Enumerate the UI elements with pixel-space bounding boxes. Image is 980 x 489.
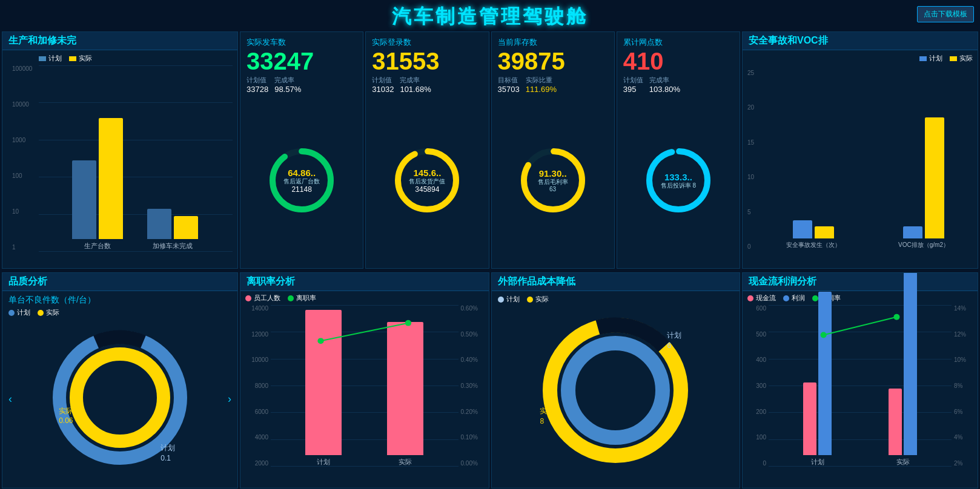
cost-plan-callout: 计划6 <box>667 330 681 351</box>
plan-legend: 计划 <box>39 54 62 63</box>
cashflow-label: 现金流 <box>756 294 776 303</box>
cashflow-title: 现金流利润分析 <box>743 273 978 291</box>
network-gauge: 133.3.. 售后投诉率 8 <box>623 96 733 264</box>
kpi-login: 实际登录数 31553 计划值31032 完成率101.68% 145.6.. … <box>365 31 489 269</box>
dispatch-gauge-num: 21148 <box>283 185 320 194</box>
turnover-title: 离职率分析 <box>240 273 489 291</box>
rate-label: 离职率 <box>296 294 316 303</box>
svg-point-16 <box>821 332 827 338</box>
cashflow-panel: 现金流利润分析 现金流 利润 利润率 <box>742 272 978 488</box>
profit-legend-item: 利润 <box>783 294 805 303</box>
turnover-panel: 离职率分析 员工人数 离职率 1400012000100008000600040… <box>240 272 489 488</box>
quality-actual-legend: 实际 <box>38 308 59 317</box>
safety-actual-bar <box>815 226 834 238</box>
dispatch-value: 33247 <box>247 49 357 73</box>
cost-title: 外部作品成本降低 <box>492 273 740 291</box>
cost-donut: 计划6 实际8 <box>537 312 694 471</box>
dispatch-label: 实际发车数 <box>247 37 357 48</box>
donut-prev-button[interactable]: ‹ <box>8 392 12 405</box>
donut-next-button[interactable]: › <box>228 392 231 405</box>
dispatch-gauge-val: 64.86.. <box>283 168 320 178</box>
network-sub: 计划值395 完成率103.80% <box>623 76 733 94</box>
dispatch-gauge: 64.86.. 售后返厂台数 21148 <box>247 96 357 264</box>
quality-legend: 计划 实际 <box>8 308 231 317</box>
voc-plan-bar <box>903 226 922 238</box>
login-gauge: 145.6.. 售后发货产值 345894 <box>372 96 482 264</box>
kpi-network: 累计网点数 410 计划值395 完成率103.80% 133.3.. 售后投诉… <box>617 31 740 269</box>
production-chart: 计划 实际 100000 10000 1000 100 10 1 <box>2 50 237 264</box>
safety-plan-legend: 计划 <box>919 54 942 63</box>
stock-sub: 目标值35703 实际比重111.69% <box>498 76 608 94</box>
production-bar-group: 生产台数 <box>72 118 123 251</box>
cost-actual-label: 实际 <box>535 295 549 304</box>
actual-label: 实际 <box>79 54 92 63</box>
employees-legend: 员工人数 <box>245 294 280 303</box>
stock-value: 39875 <box>498 49 608 73</box>
cost-plan-legend: 计划 <box>498 295 520 304</box>
employees-label: 员工人数 <box>254 294 280 303</box>
cost-actual-legend: 实际 <box>527 295 549 304</box>
quality-plan-callout: 计划 0.1 <box>161 443 175 464</box>
voc-actual-bar <box>925 117 944 238</box>
safety-actual-legend: 实际 <box>950 54 973 63</box>
production-title: 生产和加修未完 <box>2 32 237 50</box>
svg-point-12 <box>405 320 411 326</box>
quality-title: 品质分析 <box>2 273 237 291</box>
dispatch-gauge-name: 售后返厂台数 <box>283 178 320 185</box>
repair-plan-bar <box>147 209 171 239</box>
kpi-section: 实际发车数 33247 计划值33728 完成率98.57% 64.86.. <box>240 31 740 269</box>
cost-panel: 外部作品成本降低 计划 实际 <box>491 272 741 488</box>
safety-panel: 安全事故和VOC排 计划 实际 2520151050 <box>742 31 978 269</box>
network-label: 累计网点数 <box>623 37 733 48</box>
login-value: 31553 <box>372 49 482 73</box>
page-title: 汽车制造管理驾驶舱 <box>392 0 588 33</box>
login-gauge-val: 145.6.. <box>409 168 445 178</box>
production-bar-label: 生产台数 <box>84 241 111 251</box>
login-gauge-name: 售后发货产值 <box>409 178 445 185</box>
profit-rate-line <box>769 305 952 467</box>
quality-actual-callout: 实际 0.06 <box>59 406 73 427</box>
repair-actual-bar <box>174 216 198 239</box>
cost-actual-callout: 实际8 <box>540 406 554 427</box>
production-actual-bar <box>99 118 123 239</box>
turnover-rate-line <box>271 305 459 467</box>
login-label: 实际登录数 <box>372 37 482 48</box>
login-gauge-num: 345894 <box>409 185 445 194</box>
safety-actual-label: 实际 <box>959 54 973 63</box>
stock-gauge-name: 售后毛利率 63 <box>535 179 571 193</box>
network-gauge-name: 售后投诉率 8 <box>661 182 696 189</box>
svg-point-14 <box>568 343 663 438</box>
actual-legend: 实际 <box>69 54 92 63</box>
plan-label: 计划 <box>48 54 62 63</box>
stock-gauge-val: 91.30.. <box>535 168 571 179</box>
quality-plan-legend: 计划 <box>8 308 30 317</box>
safety-bar-label: 安全事故发生（次） <box>786 241 841 249</box>
repair-bar-label: 加修车未完成 <box>153 241 193 251</box>
safety-legend: 计划 实际 <box>747 54 973 63</box>
safety-plan-label: 计划 <box>929 54 942 63</box>
quality-donut: 实际 0.06 计划 0.1 <box>47 325 193 473</box>
network-value: 410 <box>623 49 733 73</box>
quality-panel: 品质分析 单台不良件数（件/台） 计划 实际 ‹ › <box>2 272 238 488</box>
production-panel: 生产和加修未完 计划 实际 100000 10000 1000 <box>2 31 238 269</box>
repair-bar-group: 加修车未完成 <box>147 209 198 251</box>
quality-actual-label: 实际 <box>46 308 59 317</box>
cashflow-legend-item: 现金流 <box>747 294 776 303</box>
quality-subtitle: 单台不良件数（件/台） <box>8 295 231 306</box>
cost-plan-label: 计划 <box>506 295 520 304</box>
login-sub: 计划值31032 完成率101.68% <box>372 76 482 94</box>
kpi-stock: 当前库存数 39875 目标值35703 实际比重111.69% 91.30..… <box>491 31 615 269</box>
dispatch-sub: 计划值33728 完成率98.57% <box>247 76 357 94</box>
svg-point-11 <box>317 338 323 344</box>
stock-gauge: 91.30.. 售后毛利率 63 <box>498 96 608 264</box>
svg-point-9 <box>76 354 164 441</box>
safety-plan-bar <box>793 220 812 238</box>
safety-title: 安全事故和VOC排 <box>743 32 978 50</box>
quality-plan-label: 计划 <box>17 308 30 317</box>
network-gauge-val: 133.3.. <box>661 172 696 182</box>
stock-label: 当前库存数 <box>498 37 608 48</box>
y-axis: 100000 10000 1000 100 10 1 <box>12 65 32 251</box>
voc-bar-label: VOC排放（g/m2） <box>898 241 949 249</box>
download-button[interactable]: 点击下载模板 <box>917 6 974 22</box>
cost-legend: 计划 实际 <box>498 295 734 304</box>
